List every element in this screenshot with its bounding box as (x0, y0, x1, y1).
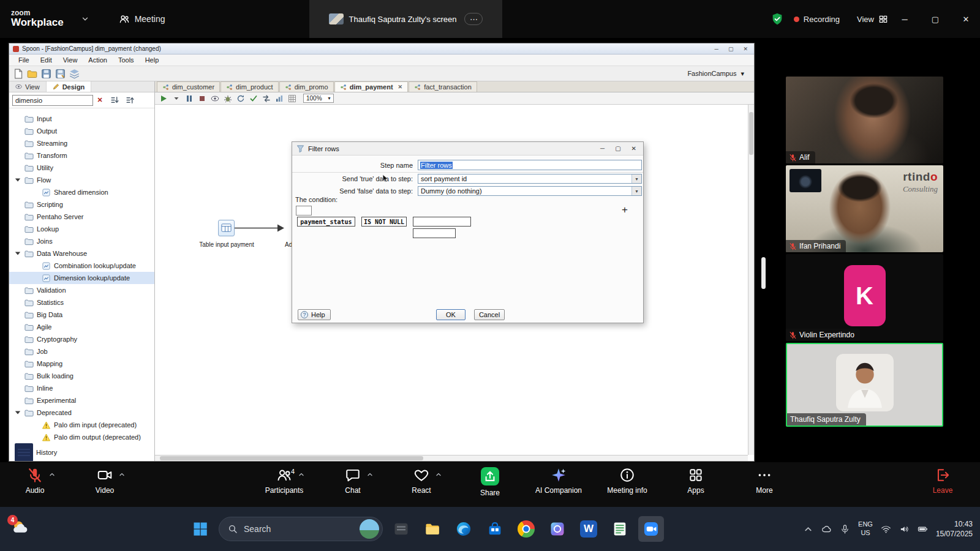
perspective-selector[interactable]: FashionCampus ▾ (687, 70, 750, 78)
tab-close-icon[interactable]: ✕ (398, 84, 403, 90)
run-options-icon[interactable] (172, 94, 181, 103)
step-name-input[interactable]: Filter rows (418, 160, 642, 170)
perspective-layers-icon[interactable] (69, 69, 80, 79)
explorer-tab-view[interactable]: View (9, 81, 47, 92)
menu-view[interactable]: View (58, 56, 83, 64)
combo-caret-icon[interactable]: ▾ (631, 174, 641, 183)
metrics-icon[interactable] (275, 94, 284, 103)
tree-item-flow[interactable]: Flow (9, 174, 154, 186)
spoon-maximize-button[interactable]: ▢ (728, 46, 734, 52)
info-button[interactable]: Meeting info (594, 467, 660, 497)
tree-item-history[interactable]: History (9, 443, 154, 461)
replay-icon[interactable] (236, 94, 245, 103)
participants-button[interactable]: 4Participants (251, 467, 317, 497)
run-icon[interactable] (159, 94, 168, 103)
tree-item-transform[interactable]: Transform (9, 149, 154, 162)
dialog-close-button[interactable]: ✕ (631, 145, 636, 152)
tree-item-utility[interactable]: Utility (9, 162, 154, 174)
widgets-button[interactable]: 4 (10, 517, 33, 541)
condition-value-box[interactable] (413, 217, 471, 227)
taskbar-app-folder[interactable] (420, 516, 445, 542)
taskbar-app-explorer[interactable] (388, 516, 414, 542)
tree-item-palo-dim-output-deprecated[interactable]: Palo dim output (deprecated) (9, 431, 154, 443)
menu-action[interactable]: Action (83, 56, 113, 64)
canvas-horizontal-scrollbar[interactable] (155, 455, 748, 461)
close-button[interactable]: ✕ (952, 0, 980, 38)
tree-item-scripting[interactable]: Scripting (9, 198, 154, 211)
video-button[interactable]: Video (83, 467, 126, 494)
add-condition-button[interactable]: + (619, 204, 630, 216)
save-icon[interactable] (41, 69, 51, 79)
tree-item-streaming[interactable]: Streaming (9, 137, 154, 149)
apps-button[interactable]: Apps (663, 467, 729, 497)
tray-chevron-up-icon[interactable] (803, 524, 813, 534)
tab-meeting[interactable]: Meeting (119, 13, 165, 24)
taskbar-app-zoom[interactable] (638, 516, 664, 542)
condition-field-name[interactable]: payment_status (297, 217, 355, 227)
chat-button[interactable]: Chat (320, 467, 386, 497)
help-button[interactable]: ? Help (298, 309, 331, 320)
wifi-icon[interactable] (881, 524, 891, 534)
tree-item-job[interactable]: Job (9, 345, 154, 358)
more-button[interactable]: More (731, 467, 797, 497)
view-button[interactable]: View (857, 14, 888, 24)
taskbar-app-photos[interactable] (545, 516, 570, 542)
dialog-titlebar[interactable]: Filter rows ─ ▢ ✕ (292, 142, 643, 156)
tree-item-inline[interactable]: Inline (9, 382, 154, 394)
react-button[interactable]: React (388, 467, 454, 497)
stop-icon[interactable] (198, 94, 206, 103)
grid-toggle-icon[interactable] (288, 94, 296, 103)
tree-item-joins[interactable]: Joins (9, 235, 154, 247)
chevron-up-icon[interactable] (435, 471, 442, 478)
volume-icon[interactable] (899, 524, 910, 534)
tree-item-data-warehouse[interactable]: Data Warehouse (9, 247, 154, 260)
participant-tile-ifan-prihandi[interactable]: rtindoConsultingIfan Prihandi (786, 165, 943, 252)
tab-screen-share[interactable]: Thaufiq Saputra Zulty's screen ⋯ (309, 0, 502, 38)
zoom-level-combo[interactable]: 100% ▾ (303, 94, 334, 103)
spoon-minimize-button[interactable]: ─ (715, 46, 718, 52)
debug-icon[interactable] (224, 94, 232, 103)
steps-search-input[interactable] (12, 95, 93, 106)
taskbar-app-edge[interactable] (451, 516, 477, 542)
tree-item-deprecated[interactable]: Deprecated (9, 407, 154, 419)
tree-caret-icon[interactable] (14, 409, 21, 416)
negate-condition-box[interactable] (296, 206, 312, 216)
language-switcher[interactable]: ENG US (858, 520, 873, 538)
menu-file[interactable]: File (13, 56, 35, 64)
search-clear-icon[interactable]: ✕ (96, 96, 104, 104)
tree-caret-icon[interactable] (14, 176, 21, 184)
expand-all-icon[interactable] (110, 96, 119, 105)
taskbar-app-store[interactable] (482, 516, 508, 542)
ok-button[interactable]: OK (436, 309, 466, 320)
onedrive-cloud-icon[interactable] (821, 524, 832, 534)
verify-icon[interactable] (249, 94, 258, 103)
tree-item-palo-dim-input-deprecated[interactable]: Palo dim input (deprecated) (9, 419, 154, 431)
panel-resize-handle[interactable] (761, 257, 766, 289)
tree-item-cryptography[interactable]: Cryptography (9, 333, 154, 345)
tree-item-input[interactable]: Input (9, 113, 154, 125)
participant-tile-alif[interactable]: Alif (786, 77, 943, 163)
scrollbar-thumb[interactable] (160, 456, 423, 460)
recording-indicator[interactable]: Recording (794, 15, 840, 24)
share-button[interactable]: Share (457, 467, 523, 497)
minimize-button[interactable]: ─ (891, 0, 919, 38)
condition-operator[interactable]: IS NOT NULL (361, 217, 407, 227)
pause-icon[interactable] (185, 94, 194, 103)
leave-button[interactable]: Leave (921, 467, 964, 494)
chevron-up-icon[interactable] (48, 471, 56, 478)
combo-caret-icon[interactable]: ▾ (631, 187, 641, 195)
spoon-titlebar[interactable]: Spoon - [FashionCampus] dim_payment (cha… (9, 43, 754, 54)
send-true-combo[interactable]: sort payment id ▾ (418, 174, 642, 184)
ai-button[interactable]: AI Companion (526, 467, 592, 497)
save-as-icon[interactable] (55, 69, 66, 79)
dialog-maximize-button[interactable]: ▢ (615, 145, 620, 152)
doc-tab-dim-customer[interactable]: dim_customer (157, 81, 220, 92)
preview-icon[interactable] (211, 94, 219, 103)
tree-item-lookup[interactable]: Lookup (9, 223, 154, 235)
table-input-step[interactable] (218, 220, 235, 236)
open-file-icon[interactable] (27, 69, 37, 79)
doc-tab-dim-promo[interactable]: dim_promo (279, 81, 334, 92)
more-options-icon[interactable]: ⋯ (464, 13, 483, 25)
participant-tile-violin-expertindo[interactable]: KViolin Expertindo (786, 254, 943, 341)
condition-value-box-2[interactable] (413, 228, 456, 238)
